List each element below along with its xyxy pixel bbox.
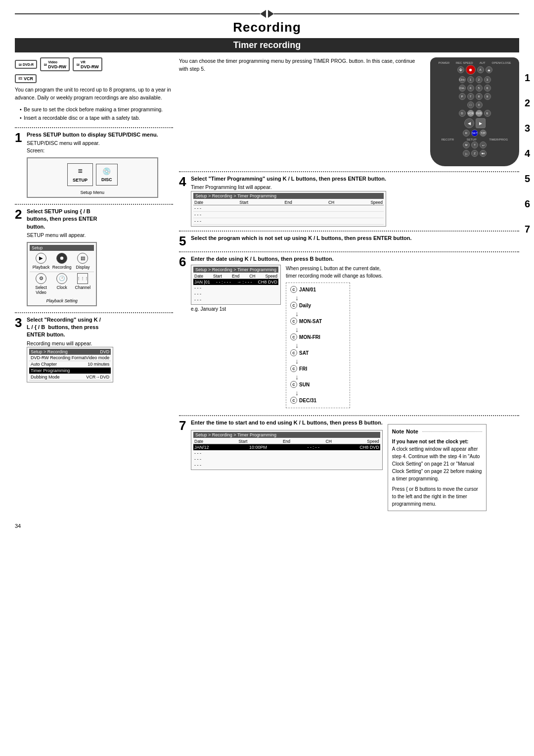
remote-btn-8[interactable]: 8	[476, 93, 483, 100]
step6-col-speed: Speed	[265, 274, 277, 279]
step-4-bold: Select "Timer Programming" using K / L b…	[191, 175, 386, 183]
step7-col-start: Start	[238, 439, 247, 444]
cycle-dec31: C DEC/31	[290, 397, 346, 404]
section-title: Timer recording	[15, 38, 519, 52]
remote-btn-zoom[interactable]: Z	[471, 150, 478, 157]
step-6-right: When pressing L button at the current da…	[286, 265, 385, 411]
recording-menu-header: Setup > Recording DVD	[29, 349, 111, 355]
intro-bullet-2: Insert a recordable disc or a tape with …	[20, 114, 173, 122]
step-2-bold: Select SETUP using { / Bbuttons, then pr…	[27, 208, 97, 231]
step-6-timer-screen: Setup > Recording > Timer Programming Da…	[191, 265, 281, 305]
marker-2: 2	[525, 97, 530, 109]
disc-label-dvdrw-video: VideoDVD-RW	[48, 59, 66, 69]
remote-row-2: CH+ 1 2 3	[435, 76, 514, 83]
remote-btn-0[interactable]: 0	[476, 101, 483, 108]
step-4-timer-row-1: - - -	[193, 205, 384, 212]
remote-row-bottom: ▷ Z ⏭	[435, 150, 514, 157]
remote-btn-pgms[interactable]: P	[459, 93, 466, 100]
step-4-normal: Timer Programming list will appear.	[191, 184, 386, 191]
remote-image-container: POWER REC SPEED AUT OPEN/CLOSE ⏻ ⏺ A ⏏ C…	[430, 57, 519, 166]
remote-btn-vcr[interactable]: VCR	[467, 110, 474, 117]
step-6-cycle-note: When pressing L button at the current da…	[286, 265, 385, 280]
marker-5: 5	[525, 173, 530, 185]
remote-btn-power[interactable]: ⏻	[457, 66, 464, 73]
cycle-sun: C SUN	[290, 381, 346, 388]
page-title: Recording	[15, 20, 519, 35]
step7-empty-row-3: - - -	[193, 462, 380, 468]
cycle-arrow-6: ↓	[295, 373, 346, 381]
step6-start: - - : - - -	[216, 280, 231, 284]
remote-section: You can choose the timer programming men…	[179, 57, 519, 166]
remote-control: POWER REC SPEED AUT OPEN/CLOSE ⏻ ⏺ A ⏏ C…	[430, 57, 519, 166]
cycle-arrow-4: ↓	[295, 341, 346, 349]
step-4-col-header: Date Start End CH Speed	[193, 200, 384, 205]
remote-btn-2[interactable]: 2	[476, 76, 483, 83]
step-6-highlight-row: JAN |01 - - : - - - → : - - - CH8 DVD	[193, 279, 278, 285]
remote-btn-6[interactable]: 6	[484, 85, 491, 92]
setup-menu-clock: 🕐 Clock	[52, 273, 71, 295]
remote-label-aut: AUT	[480, 61, 486, 64]
step7-col-end: End	[283, 439, 290, 444]
col-speed: Speed	[370, 200, 383, 205]
step-6-eg: e.g. January 1st	[191, 306, 281, 312]
remote-btn-dvd[interactable]: DVD	[476, 110, 483, 117]
remote-btn-space[interactable]: □	[467, 101, 474, 108]
step6-empty-row-3: - - -	[193, 297, 278, 303]
step-7-bold: Enter the time to start and to end using…	[191, 419, 383, 426]
remote-btn-left[interactable]: ◀	[464, 118, 474, 128]
cycle-label-sun: SUN	[299, 382, 310, 387]
step6-empty-row-2: - - -	[193, 291, 278, 297]
remote-btn-slow[interactable]: ▷	[463, 150, 470, 157]
step6-col-date: Date	[194, 274, 203, 279]
step-2-number: 2	[15, 208, 25, 221]
remote-label-openclose: OPEN/CLOSE	[492, 61, 511, 64]
marker-3: 3	[525, 123, 530, 134]
remote-btn-ch-plus[interactable]: CH+	[459, 76, 466, 83]
disc-icon-dvdr: 🖭	[18, 63, 22, 66]
cycle-label-monsat: MON-SAT	[299, 319, 322, 324]
remote-btn-ch-minus[interactable]: CH-	[459, 85, 466, 92]
remote-top-labels: POWER REC SPEED AUT OPEN/CLOSE	[435, 61, 514, 64]
recording-row-2-label: Auto Chapter	[31, 362, 57, 367]
remote-btn-rec[interactable]: ⏺	[466, 65, 476, 75]
remote-btn-display[interactable]: D	[459, 110, 466, 117]
setup-disc-screen: ≡ SETUP 💿 DISC Setup Menu	[27, 157, 158, 198]
remote-btn-setup[interactable]: SET	[471, 130, 478, 137]
remote-btn-topmenu[interactable]: T	[471, 142, 478, 148]
disc-label-vcr: VCR	[24, 76, 33, 81]
intro-bullets: Be sure to set the clock before making a…	[15, 106, 173, 123]
remote-btn-open[interactable]: ⏏	[486, 66, 492, 73]
right-column: You can choose the timer programming men…	[179, 57, 519, 515]
remote-btn-7[interactable]: 7	[467, 93, 474, 100]
marker-4: 4	[525, 148, 530, 159]
disc-badges-row: 🖭 DVD-R 🖭 VideoDVD-RW 🖭 VRDVD-RW	[15, 57, 173, 71]
remote-btn-9[interactable]: 9	[484, 93, 491, 100]
step-6-section: 6 Enter the date using K / L buttons, th…	[179, 251, 519, 411]
recording-row-3: Timer Programming	[29, 368, 111, 374]
cycle-circle-4: C	[290, 333, 297, 340]
step-1-section: 1 Press SETUP button to display SETUP/DI…	[15, 127, 173, 200]
remote-btn-3[interactable]: 3	[484, 76, 491, 83]
remote-btn-1[interactable]: 1	[467, 76, 474, 83]
cycle-arrow-1: ↓	[295, 294, 346, 302]
cycle-label-fri: FRI	[299, 366, 307, 372]
step-number-markers: 1 2 3 4 5 6 7	[525, 72, 530, 235]
step-7-highlight-row: JAN/12 10:00PM - - : - - CH8 DVD	[193, 444, 380, 450]
remote-btn-skip[interactable]: ⏭	[480, 150, 487, 157]
remote-btn-5[interactable]: 5	[476, 85, 483, 92]
note-bullet-1: If you have not set the clock yet: A clo…	[392, 438, 482, 482]
step-1-number: 1	[15, 131, 25, 144]
step-4-content: Select "Timer Programming" using K / L b…	[191, 175, 386, 227]
remote-btn-4[interactable]: 4	[467, 85, 474, 92]
step-5-bold: Select the program which is not set up u…	[191, 235, 412, 242]
remote-btn-ease[interactable]: E	[484, 110, 491, 117]
remote-row-5: □ 0	[435, 101, 514, 108]
remote-btn-recotr[interactable]: R	[463, 130, 470, 137]
remote-btn-return[interactable]: ↩	[480, 142, 487, 148]
remote-btn-aut[interactable]: A	[477, 66, 484, 73]
remote-btn-menulist[interactable]: M	[463, 142, 470, 148]
disc-icon-dvdrw-vr: 🖭	[76, 63, 80, 66]
remote-btn-timerprog[interactable]: T/P	[480, 130, 487, 137]
remote-row-setup: R SET T/P	[435, 130, 514, 137]
remote-btn-enter[interactable]: ▶	[476, 118, 486, 128]
